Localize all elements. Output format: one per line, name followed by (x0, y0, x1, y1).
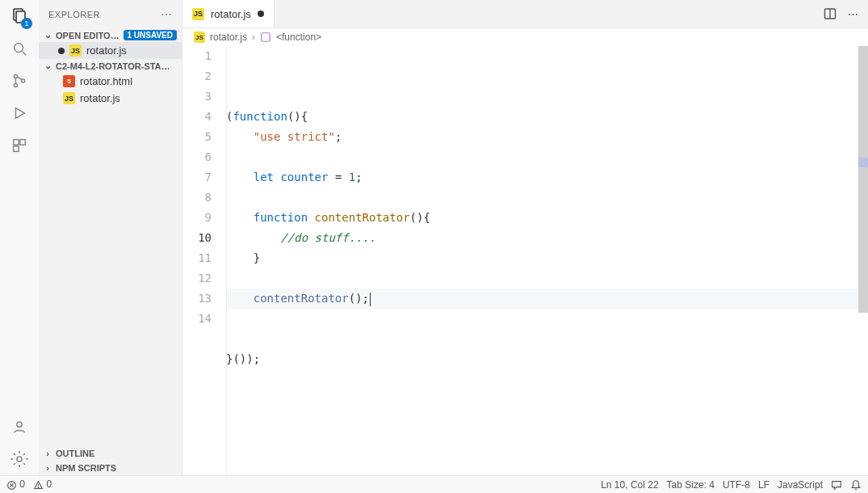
more-icon[interactable]: ⋯ (848, 8, 858, 20)
bell-icon[interactable] (850, 479, 862, 491)
status-tabsize[interactable]: Tab Size: 4 (667, 479, 715, 491)
activity-source-control-icon[interactable] (8, 70, 31, 92)
svg-point-6 (21, 79, 24, 82)
unsaved-badge: 1 UNSAVED (124, 30, 178, 40)
explorer-sidebar: EXPLORER ⋯ ⌄ OPEN EDITO… 1 UNSAVED JS ro… (39, 0, 182, 475)
status-eol[interactable]: LF (758, 479, 769, 491)
tab-label: rotator.js (211, 8, 251, 20)
code-content[interactable]: (function(){ "use strict"; let counter =… (226, 46, 868, 475)
svg-point-20 (38, 487, 39, 487)
status-errors[interactable]: 0 (6, 478, 25, 490)
svg-rect-8 (14, 140, 19, 145)
file-icon-js: JS (192, 8, 204, 20)
activity-bar: 1 (0, 0, 39, 475)
status-bar: 0 0 Ln 10, Col 22 Tab Size: 4 UTF-8 LF J… (0, 475, 868, 493)
svg-point-11 (17, 422, 22, 427)
breadcrumb[interactable]: JS rotator.js › <function> (182, 28, 868, 46)
status-warnings[interactable]: 0 (33, 478, 52, 490)
text-editor[interactable]: 1234567891011121314 (function(){ "use st… (182, 46, 868, 475)
activity-account-icon[interactable] (8, 415, 31, 438)
modified-dot-icon (258, 11, 264, 17)
breadcrumb-file[interactable]: rotator.js (210, 32, 247, 43)
explorer-badge: 1 (21, 18, 32, 29)
sidebar-title: EXPLORER (48, 10, 100, 19)
npm-scripts-header[interactable]: › NPM SCRIPTS (39, 461, 182, 475)
svg-point-12 (17, 457, 22, 461)
svg-rect-9 (20, 140, 25, 145)
open-editors-header[interactable]: ⌄ OPEN EDITO… 1 UNSAVED (39, 28, 182, 42)
svg-rect-10 (14, 146, 19, 151)
tabs-row: JS rotator.js ⋯ (182, 0, 868, 28)
scrollbar[interactable] (858, 46, 868, 313)
tab-rotator-js[interactable]: JS rotator.js (182, 0, 275, 27)
editor-area: JS rotator.js ⋯ JS rotator.js › <functio… (182, 0, 868, 475)
chevron-down-icon: ⌄ (42, 30, 53, 40)
breadcrumb-symbol-icon (260, 32, 271, 43)
svg-point-5 (14, 83, 17, 86)
folder-label: C2-M4-L2-ROTATOR-STA… (56, 61, 170, 71)
open-editors-label: OPEN EDITO… (56, 31, 120, 40)
minimap-indicator[interactable] (858, 158, 868, 167)
sidebar-more-icon[interactable]: ⋯ (161, 8, 173, 21)
svg-point-4 (14, 74, 17, 78)
feedback-icon[interactable] (831, 479, 842, 491)
chevron-right-icon: › (42, 449, 53, 458)
activity-run-icon[interactable] (8, 102, 31, 124)
file-icon-js: JS (63, 92, 75, 104)
breadcrumb-separator: › (252, 32, 255, 43)
file-icon-js: JS (69, 44, 82, 57)
folder-header[interactable]: ⌄ C2-M4-L2-ROTATOR-STA… (39, 59, 182, 73)
line-gutter: 1234567891011121314 (182, 46, 226, 475)
chevron-down-icon: ⌄ (42, 61, 53, 71)
file-icon-html: 5 (63, 75, 75, 87)
activity-explorer-icon[interactable]: 1 (8, 5, 31, 27)
sidebar-header: EXPLORER ⋯ (39, 0, 182, 28)
file-name: rotator.js (80, 92, 120, 104)
svg-point-2 (15, 44, 23, 53)
activity-search-icon[interactable] (8, 37, 31, 60)
file-item-js[interactable]: JS rotator.js (39, 90, 182, 107)
open-editor-item[interactable]: JS rotator.js (39, 42, 182, 59)
file-name: rotator.html (80, 75, 132, 87)
activity-settings-icon[interactable] (8, 448, 31, 470)
file-name: rotator.js (86, 44, 127, 57)
status-encoding[interactable]: UTF-8 (723, 479, 750, 491)
svg-marker-7 (15, 108, 24, 119)
svg-rect-15 (262, 33, 270, 42)
outline-header[interactable]: › OUTLINE (39, 446, 182, 461)
status-language[interactable]: JavaScript (778, 479, 823, 491)
file-item-html[interactable]: 5 rotator.html (39, 73, 182, 90)
breadcrumb-symbol[interactable]: <function> (276, 32, 321, 43)
outline-label: OUTLINE (56, 449, 94, 458)
npm-label: NPM SCRIPTS (56, 463, 116, 473)
file-icon-js: JS (194, 32, 205, 43)
activity-extensions-icon[interactable] (8, 134, 31, 157)
modified-dot-icon (58, 48, 65, 54)
split-editor-icon[interactable] (824, 7, 837, 20)
svg-line-3 (23, 52, 27, 56)
chevron-right-icon: › (42, 463, 53, 473)
status-position[interactable]: Ln 10, Col 22 (601, 479, 658, 491)
